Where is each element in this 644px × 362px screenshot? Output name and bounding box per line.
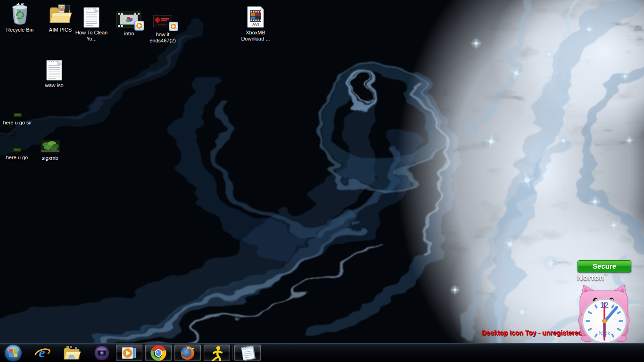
windows-explorer-icon [63, 345, 81, 362]
taskbar: e [0, 343, 644, 362]
desktop-icon-sigxmb[interactable]: sigxmb [33, 140, 67, 161]
taskbar-button-firefox[interactable] [174, 345, 201, 361]
cat-clock-widget[interactable]: 12 Nick [574, 283, 634, 343]
taskbar-button-windows-media-player[interactable] [116, 345, 142, 361]
windows-start-orb [4, 344, 23, 362]
chrome-icon [150, 345, 166, 361]
norton-logo-text: Norton [577, 273, 604, 282]
start-button[interactable] [3, 344, 24, 362]
norton-secure-button[interactable]: Secure [578, 260, 631, 272]
wallpaper [0, 0, 644, 362]
image-thumbnail-icon [33, 140, 67, 153]
folder-photos-icon [43, 4, 77, 25]
recycle-bin-icon [3, 2, 37, 25]
desktop-icon-aim-pics[interactable]: AIM PICS [43, 4, 77, 33]
video-file-icon [113, 11, 145, 29]
desktop-icon-here-u-go[interactable]: here u go [0, 147, 34, 161]
windows-media-player-icon [121, 346, 137, 361]
svg-text:AVI: AVI [252, 22, 259, 27]
webcam-app-icon [93, 345, 110, 362]
aim-icon [209, 345, 225, 361]
taskbar-pinned-windows-explorer[interactable] [62, 344, 81, 362]
taskbar-pinned-webcam-app[interactable] [92, 344, 111, 362]
video-file-gears-icon [144, 13, 181, 27]
avi-file-icon: AVI [239, 6, 272, 28]
desktop-icon-here-u-go-sir[interactable]: here u go sir [0, 112, 34, 126]
desktop-icon-label: XboxMB Download ... [239, 30, 272, 42]
desktop-icon-label: AIM PICS [43, 27, 77, 33]
image-strip-icon [0, 112, 34, 117]
desktop-icon-intro[interactable]: intro [113, 11, 145, 37]
text-document-icon [37, 59, 71, 81]
desktop-icon-label: here u go sir [0, 120, 34, 126]
taskbar-button-chrome[interactable] [145, 345, 172, 361]
taskbar-button-aim[interactable] [204, 345, 230, 361]
desktop-icon-recycle-bin[interactable]: Recycle Bin [3, 2, 37, 33]
notepad-icon [239, 345, 256, 361]
text-document-icon [74, 7, 108, 28]
desktop-icon-waw-iso[interactable]: waw iso [37, 59, 71, 89]
play-overlay-icon [169, 22, 178, 31]
desktop-icon-label: here u go [0, 155, 34, 161]
internet-explorer-icon: e [34, 345, 51, 362]
svg-text:e: e [39, 345, 45, 360]
taskbar-button-notepad[interactable] [234, 345, 261, 361]
firefox-icon [180, 345, 196, 361]
desktop-icon-xboxmb[interactable]: AVI XboxMB Download ... [239, 6, 272, 42]
desktop: Recycle Bin AIM PICS [0, 0, 644, 362]
norton-logo: Norton™ [577, 273, 608, 283]
desktop-icon-label: sigxmb [33, 155, 67, 161]
clock-center-pin [603, 319, 607, 323]
desktop-icon-label: how it ends467(2) [144, 32, 181, 44]
desktop-icon-how-it-ends[interactable]: how it ends467(2) [144, 13, 181, 44]
norton-trademark: ™ [604, 273, 608, 277]
desktop-icon-how-to-clean[interactable]: How To Clean Yo... [74, 7, 108, 42]
desktop-icon-label: waw iso [37, 82, 71, 89]
taskbar-separator [232, 346, 233, 360]
taskbar-pinned-internet-explorer[interactable]: e [33, 344, 52, 362]
play-overlay-icon [134, 21, 144, 31]
desktop-icon-label: Recycle Bin [3, 27, 37, 33]
image-strip-icon [0, 147, 34, 152]
clock-face: 12 Nick [582, 298, 627, 344]
desktop-icon-label: intro [113, 31, 145, 37]
desktop-icon-label: How To Clean Yo... [74, 30, 108, 42]
